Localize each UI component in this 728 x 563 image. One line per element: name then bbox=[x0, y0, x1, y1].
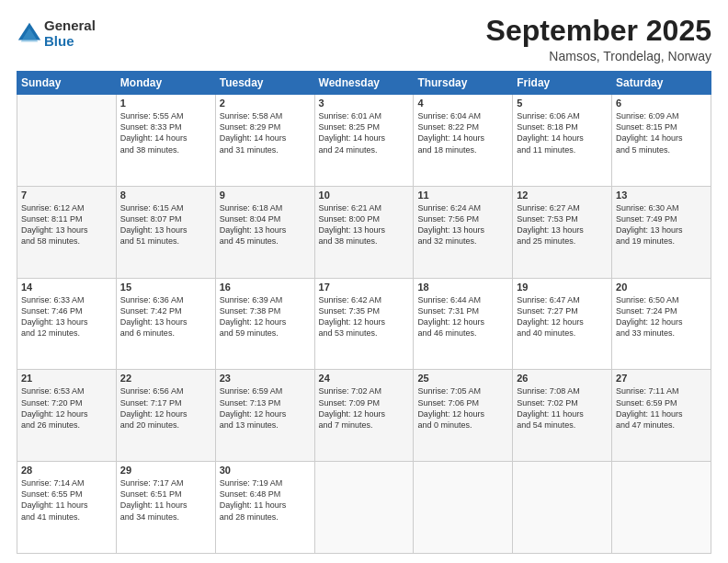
day-info: Sunrise: 7:17 AM Sunset: 6:51 PM Dayligh… bbox=[120, 477, 211, 523]
day-number: 16 bbox=[220, 282, 311, 293]
day-info: Sunrise: 6:50 AM Sunset: 7:24 PM Dayligh… bbox=[616, 294, 707, 339]
day-number: 28 bbox=[21, 465, 112, 476]
day-number: 19 bbox=[517, 282, 608, 293]
table-row: 27Sunrise: 7:11 AM Sunset: 6:59 PM Dayli… bbox=[612, 370, 711, 462]
table-row: 15Sunrise: 6:36 AM Sunset: 7:42 PM Dayli… bbox=[116, 278, 215, 370]
col-tuesday: Tuesday bbox=[215, 72, 314, 95]
table-row: 28Sunrise: 7:14 AM Sunset: 6:55 PM Dayli… bbox=[17, 462, 117, 554]
day-info: Sunrise: 6:39 AM Sunset: 7:38 PM Dayligh… bbox=[220, 294, 311, 339]
day-number: 25 bbox=[417, 373, 508, 384]
table-row: 25Sunrise: 7:05 AM Sunset: 7:06 PM Dayli… bbox=[414, 370, 513, 462]
day-number: 9 bbox=[220, 190, 311, 201]
table-row bbox=[513, 462, 612, 554]
table-row: 3Sunrise: 6:01 AM Sunset: 8:25 PM Daylig… bbox=[314, 95, 414, 187]
day-info: Sunrise: 7:05 AM Sunset: 7:06 PM Dayligh… bbox=[417, 385, 508, 431]
day-number: 29 bbox=[120, 465, 211, 476]
day-info: Sunrise: 6:47 AM Sunset: 7:27 PM Dayligh… bbox=[517, 294, 608, 339]
logo: General Blue bbox=[17, 18, 96, 49]
day-info: Sunrise: 6:27 AM Sunset: 7:53 PM Dayligh… bbox=[517, 202, 608, 247]
table-row: 6Sunrise: 6:09 AM Sunset: 8:15 PM Daylig… bbox=[612, 95, 711, 187]
table-row bbox=[612, 462, 711, 554]
col-saturday: Saturday bbox=[612, 72, 711, 95]
day-number: 6 bbox=[616, 98, 707, 109]
col-monday: Monday bbox=[116, 72, 215, 95]
day-info: Sunrise: 6:33 AM Sunset: 7:46 PM Dayligh… bbox=[21, 294, 112, 339]
day-info: Sunrise: 6:18 AM Sunset: 8:04 PM Dayligh… bbox=[220, 202, 311, 247]
logo-general-text: General bbox=[44, 18, 96, 34]
title-block: September 2025 Namsos, Trondelag, Norway bbox=[486, 15, 711, 63]
day-info: Sunrise: 6:36 AM Sunset: 7:42 PM Dayligh… bbox=[120, 294, 211, 339]
day-number: 27 bbox=[616, 373, 707, 384]
table-row: 24Sunrise: 7:02 AM Sunset: 7:09 PM Dayli… bbox=[314, 370, 414, 462]
day-number: 1 bbox=[120, 98, 211, 109]
day-info: Sunrise: 6:44 AM Sunset: 7:31 PM Dayligh… bbox=[417, 294, 508, 339]
day-number: 30 bbox=[220, 465, 311, 476]
table-row: 4Sunrise: 6:04 AM Sunset: 8:22 PM Daylig… bbox=[414, 95, 513, 187]
day-info: Sunrise: 6:42 AM Sunset: 7:35 PM Dayligh… bbox=[319, 294, 410, 339]
day-number: 24 bbox=[319, 373, 410, 384]
day-number: 22 bbox=[120, 373, 211, 384]
calendar-week-row: 1Sunrise: 5:55 AM Sunset: 8:33 PM Daylig… bbox=[17, 95, 711, 187]
day-info: Sunrise: 6:59 AM Sunset: 7:13 PM Dayligh… bbox=[220, 385, 311, 431]
col-sunday: Sunday bbox=[17, 72, 117, 95]
day-info: Sunrise: 6:01 AM Sunset: 8:25 PM Dayligh… bbox=[319, 110, 410, 155]
calendar-week-row: 21Sunrise: 6:53 AM Sunset: 7:20 PM Dayli… bbox=[17, 370, 711, 462]
col-thursday: Thursday bbox=[414, 72, 513, 95]
day-number: 2 bbox=[220, 98, 311, 109]
calendar-week-row: 14Sunrise: 6:33 AM Sunset: 7:46 PM Dayli… bbox=[17, 278, 711, 370]
table-row: 23Sunrise: 6:59 AM Sunset: 7:13 PM Dayli… bbox=[215, 370, 314, 462]
day-info: Sunrise: 6:06 AM Sunset: 8:18 PM Dayligh… bbox=[517, 110, 608, 155]
day-number: 14 bbox=[21, 282, 112, 293]
col-friday: Friday bbox=[513, 72, 612, 95]
day-info: Sunrise: 6:04 AM Sunset: 8:22 PM Dayligh… bbox=[417, 110, 508, 155]
table-row: 1Sunrise: 5:55 AM Sunset: 8:33 PM Daylig… bbox=[116, 95, 215, 187]
day-number: 3 bbox=[319, 98, 410, 109]
logo-text: General Blue bbox=[44, 18, 96, 49]
table-row: 20Sunrise: 6:50 AM Sunset: 7:24 PM Dayli… bbox=[612, 278, 711, 370]
table-row: 7Sunrise: 6:12 AM Sunset: 8:11 PM Daylig… bbox=[17, 186, 117, 278]
day-number: 10 bbox=[319, 190, 410, 201]
table-row: 2Sunrise: 5:58 AM Sunset: 8:29 PM Daylig… bbox=[215, 95, 314, 187]
col-wednesday: Wednesday bbox=[314, 72, 414, 95]
page: General Blue September 2025 Namsos, Tron… bbox=[0, 0, 728, 563]
day-number: 15 bbox=[120, 282, 211, 293]
day-info: Sunrise: 6:21 AM Sunset: 8:00 PM Dayligh… bbox=[319, 202, 410, 247]
table-row bbox=[414, 462, 513, 554]
table-row: 10Sunrise: 6:21 AM Sunset: 8:00 PM Dayli… bbox=[314, 186, 414, 278]
table-row bbox=[17, 95, 117, 187]
table-row: 29Sunrise: 7:17 AM Sunset: 6:51 PM Dayli… bbox=[116, 462, 215, 554]
day-info: Sunrise: 7:19 AM Sunset: 6:48 PM Dayligh… bbox=[220, 477, 311, 523]
day-number: 20 bbox=[616, 282, 707, 293]
day-info: Sunrise: 7:02 AM Sunset: 7:09 PM Dayligh… bbox=[319, 385, 410, 431]
day-info: Sunrise: 7:11 AM Sunset: 6:59 PM Dayligh… bbox=[616, 385, 707, 431]
table-row bbox=[314, 462, 414, 554]
day-info: Sunrise: 5:55 AM Sunset: 8:33 PM Dayligh… bbox=[120, 110, 211, 155]
day-number: 8 bbox=[120, 190, 211, 201]
day-info: Sunrise: 6:30 AM Sunset: 7:49 PM Dayligh… bbox=[616, 202, 707, 247]
calendar-week-row: 28Sunrise: 7:14 AM Sunset: 6:55 PM Dayli… bbox=[17, 462, 711, 554]
calendar-table: Sunday Monday Tuesday Wednesday Thursday… bbox=[17, 71, 711, 554]
table-row: 9Sunrise: 6:18 AM Sunset: 8:04 PM Daylig… bbox=[215, 186, 314, 278]
day-number: 17 bbox=[319, 282, 410, 293]
day-number: 18 bbox=[417, 282, 508, 293]
table-row: 8Sunrise: 6:15 AM Sunset: 8:07 PM Daylig… bbox=[116, 186, 215, 278]
day-info: Sunrise: 6:15 AM Sunset: 8:07 PM Dayligh… bbox=[120, 202, 211, 247]
table-row: 21Sunrise: 6:53 AM Sunset: 7:20 PM Dayli… bbox=[17, 370, 117, 462]
table-row: 16Sunrise: 6:39 AM Sunset: 7:38 PM Dayli… bbox=[215, 278, 314, 370]
day-info: Sunrise: 6:24 AM Sunset: 7:56 PM Dayligh… bbox=[417, 202, 508, 247]
day-info: Sunrise: 6:09 AM Sunset: 8:15 PM Dayligh… bbox=[616, 110, 707, 155]
day-info: Sunrise: 6:56 AM Sunset: 7:17 PM Dayligh… bbox=[120, 385, 211, 431]
table-row: 17Sunrise: 6:42 AM Sunset: 7:35 PM Dayli… bbox=[314, 278, 414, 370]
table-row: 12Sunrise: 6:27 AM Sunset: 7:53 PM Dayli… bbox=[513, 186, 612, 278]
day-info: Sunrise: 6:53 AM Sunset: 7:20 PM Dayligh… bbox=[21, 385, 112, 431]
day-number: 13 bbox=[616, 190, 707, 201]
table-row: 30Sunrise: 7:19 AM Sunset: 6:48 PM Dayli… bbox=[215, 462, 314, 554]
day-number: 23 bbox=[220, 373, 311, 384]
table-row: 18Sunrise: 6:44 AM Sunset: 7:31 PM Dayli… bbox=[414, 278, 513, 370]
day-info: Sunrise: 7:14 AM Sunset: 6:55 PM Dayligh… bbox=[21, 477, 112, 523]
day-info: Sunrise: 7:08 AM Sunset: 7:02 PM Dayligh… bbox=[517, 385, 608, 431]
day-number: 26 bbox=[517, 373, 608, 384]
table-row: 5Sunrise: 6:06 AM Sunset: 8:18 PM Daylig… bbox=[513, 95, 612, 187]
day-number: 12 bbox=[517, 190, 608, 201]
day-number: 21 bbox=[21, 373, 112, 384]
